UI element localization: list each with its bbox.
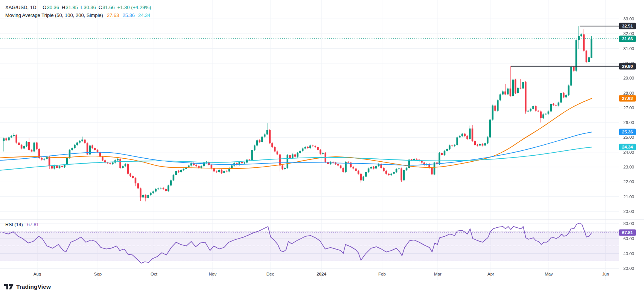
candle	[535, 106, 537, 111]
candle	[532, 106, 534, 109]
candle	[408, 159, 410, 168]
candle	[203, 162, 205, 166]
candle	[277, 152, 279, 155]
candle	[155, 189, 157, 191]
chart-canvas[interactable]	[0, 0, 644, 280]
candle	[396, 169, 397, 172]
ma100-value: 25.36	[122, 12, 135, 18]
candle	[286, 155, 288, 168]
rsi-title[interactable]: RSI (14)	[5, 222, 23, 227]
candle	[550, 104, 552, 112]
candle	[28, 142, 30, 150]
candle	[64, 165, 65, 167]
price-tick-label: 26.00	[623, 120, 634, 125]
price-tick-label: 20.00	[623, 209, 634, 214]
price-tick-label: 27.00	[623, 105, 634, 110]
candle	[510, 89, 512, 96]
candle	[125, 164, 126, 166]
candle	[545, 114, 547, 115]
candle	[135, 178, 137, 184]
candle	[33, 142, 35, 152]
price-tick-label: 28.00	[623, 90, 634, 96]
candle	[216, 172, 218, 172]
candle	[441, 153, 443, 155]
tradingview-logo-icon	[4, 283, 14, 290]
candle	[81, 139, 83, 141]
candle	[84, 139, 86, 143]
candle	[122, 166, 124, 168]
candle	[477, 145, 478, 145]
candle	[504, 92, 506, 95]
candle	[56, 165, 58, 168]
candle	[61, 166, 63, 167]
candle	[360, 174, 362, 181]
candle	[97, 150, 99, 152]
candle	[173, 175, 175, 181]
candle	[466, 136, 468, 139]
candle	[537, 111, 539, 112]
symbol-title[interactable]: XAG/USD, 1D	[5, 5, 36, 10]
candle	[512, 80, 514, 96]
candle	[383, 168, 385, 171]
candle	[368, 168, 370, 172]
candle	[244, 162, 245, 163]
candle	[94, 148, 96, 150]
candle	[23, 146, 25, 149]
indicator-title[interactable]: Moving Average Triple (50, 100, 200, Sim…	[5, 12, 103, 18]
time-tick-label: Nov	[209, 272, 216, 276]
candle	[201, 166, 202, 168]
candle	[74, 145, 76, 148]
candle	[444, 151, 446, 155]
rsi-value: 67.81	[27, 222, 39, 227]
candle	[140, 188, 142, 198]
time-tick-label: Dec	[266, 272, 274, 276]
time-tick-label: Feb	[378, 272, 386, 276]
candle	[456, 137, 458, 145]
candle	[438, 153, 440, 164]
candle	[548, 112, 550, 114]
candle	[66, 158, 68, 165]
candle	[375, 166, 377, 168]
candle	[119, 159, 121, 168]
candle	[297, 153, 298, 157]
candle	[459, 136, 461, 138]
candle	[21, 145, 23, 149]
candle	[89, 145, 91, 155]
candle	[175, 171, 177, 175]
candle	[163, 188, 164, 189]
candle	[282, 165, 283, 169]
candle	[198, 166, 200, 168]
candle	[461, 134, 463, 136]
candle	[517, 88, 519, 93]
candle	[416, 159, 418, 159]
candle	[502, 92, 504, 95]
candle	[400, 168, 402, 180]
open-value: 30.36	[47, 5, 59, 10]
candle	[261, 137, 263, 142]
candle	[289, 155, 291, 158]
candle	[385, 171, 387, 174]
candle	[507, 89, 509, 95]
candle	[317, 147, 319, 150]
candle	[195, 165, 197, 166]
candle	[421, 161, 423, 162]
candle	[558, 103, 560, 106]
candle	[152, 191, 154, 193]
candle	[13, 135, 15, 136]
candle	[79, 141, 81, 142]
chart-window: XAG/USD, 1D O 30.36 H 31.85 L 30.36 C 31…	[0, 0, 644, 294]
candle	[129, 174, 131, 176]
candle	[555, 105, 557, 106]
time-tick-label: Aug	[33, 272, 41, 276]
candle	[142, 195, 144, 198]
candle	[469, 129, 471, 139]
candle	[591, 39, 592, 58]
candle	[127, 164, 129, 174]
candle	[322, 153, 324, 154]
candle	[515, 80, 516, 93]
candle	[472, 129, 473, 141]
time-tick-label: Sep	[94, 272, 102, 276]
candle	[492, 106, 494, 119]
candle	[132, 176, 134, 178]
tradingview-attribution[interactable]: TradingView	[4, 283, 51, 290]
